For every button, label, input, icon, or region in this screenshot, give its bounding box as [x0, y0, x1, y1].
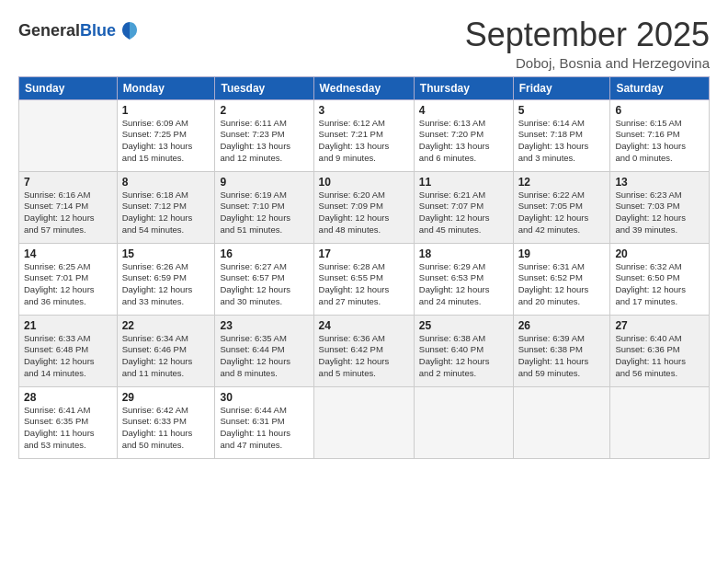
- table-row: 13Sunrise: 6:23 AM Sunset: 7:03 PM Dayli…: [610, 171, 710, 243]
- calendar-week-row: 1Sunrise: 6:09 AM Sunset: 7:25 PM Daylig…: [19, 99, 710, 171]
- day-info: Sunrise: 6:38 AM Sunset: 6:40 PM Dayligh…: [419, 333, 508, 380]
- day-number: 20: [615, 247, 704, 260]
- table-row: 7Sunrise: 6:16 AM Sunset: 7:14 PM Daylig…: [19, 171, 118, 243]
- day-info: Sunrise: 6:25 AM Sunset: 7:01 PM Dayligh…: [24, 261, 112, 308]
- calendar-week-row: 21Sunrise: 6:33 AM Sunset: 6:48 PM Dayli…: [19, 315, 710, 386]
- table-row: [19, 99, 118, 171]
- day-number: 6: [615, 104, 704, 117]
- table-row: 16Sunrise: 6:27 AM Sunset: 6:57 PM Dayli…: [215, 243, 313, 315]
- day-number: 30: [220, 391, 308, 404]
- day-info: Sunrise: 6:35 AM Sunset: 6:44 PM Dayligh…: [220, 333, 308, 380]
- day-info: Sunrise: 6:26 AM Sunset: 6:59 PM Dayligh…: [122, 261, 210, 308]
- day-number: 7: [24, 176, 112, 189]
- day-info: Sunrise: 6:31 AM Sunset: 6:52 PM Dayligh…: [518, 261, 606, 308]
- col-tuesday: Tuesday: [215, 76, 313, 99]
- table-row: 28Sunrise: 6:41 AM Sunset: 6:35 PM Dayli…: [19, 386, 118, 458]
- table-row: [313, 386, 414, 458]
- day-number: 15: [122, 247, 210, 260]
- logo: GeneralBlue: [18, 20, 140, 42]
- table-row: 25Sunrise: 6:38 AM Sunset: 6:40 PM Dayli…: [414, 315, 513, 386]
- day-info: Sunrise: 6:34 AM Sunset: 6:46 PM Dayligh…: [122, 333, 210, 380]
- table-row: 30Sunrise: 6:44 AM Sunset: 6:31 PM Dayli…: [215, 386, 313, 458]
- table-row: 27Sunrise: 6:40 AM Sunset: 6:36 PM Dayli…: [610, 315, 710, 386]
- day-number: 9: [220, 176, 308, 189]
- day-info: Sunrise: 6:21 AM Sunset: 7:07 PM Dayligh…: [419, 190, 508, 236]
- day-number: 12: [518, 176, 606, 189]
- table-row: 3Sunrise: 6:12 AM Sunset: 7:21 PM Daylig…: [313, 99, 414, 171]
- day-number: 10: [319, 176, 409, 189]
- day-number: 14: [24, 247, 112, 260]
- calendar-week-row: 7Sunrise: 6:16 AM Sunset: 7:14 PM Daylig…: [19, 171, 710, 243]
- table-row: 23Sunrise: 6:35 AM Sunset: 6:44 PM Dayli…: [215, 315, 313, 386]
- day-number: 3: [319, 104, 409, 117]
- logo-text: GeneralBlue: [18, 20, 140, 42]
- day-info: Sunrise: 6:09 AM Sunset: 7:25 PM Dayligh…: [122, 118, 210, 165]
- day-info: Sunrise: 6:12 AM Sunset: 7:21 PM Dayligh…: [319, 118, 409, 165]
- day-info: Sunrise: 6:22 AM Sunset: 7:05 PM Dayligh…: [518, 190, 606, 236]
- table-row: 6Sunrise: 6:15 AM Sunset: 7:16 PM Daylig…: [610, 99, 710, 171]
- day-info: Sunrise: 6:19 AM Sunset: 7:10 PM Dayligh…: [220, 190, 308, 236]
- day-info: Sunrise: 6:20 AM Sunset: 7:09 PM Dayligh…: [319, 190, 409, 236]
- table-row: 8Sunrise: 6:18 AM Sunset: 7:12 PM Daylig…: [117, 171, 215, 243]
- table-row: [414, 386, 513, 458]
- day-number: 18: [419, 247, 508, 260]
- table-row: 17Sunrise: 6:28 AM Sunset: 6:55 PM Dayli…: [313, 243, 414, 315]
- day-info: Sunrise: 6:28 AM Sunset: 6:55 PM Dayligh…: [319, 261, 409, 308]
- col-wednesday: Wednesday: [313, 76, 414, 99]
- location: Doboj, Bosnia and Herzegovina: [465, 55, 710, 71]
- day-info: Sunrise: 6:11 AM Sunset: 7:23 PM Dayligh…: [220, 118, 308, 165]
- day-info: Sunrise: 6:29 AM Sunset: 6:53 PM Dayligh…: [419, 261, 508, 308]
- day-number: 23: [220, 319, 308, 332]
- table-row: 19Sunrise: 6:31 AM Sunset: 6:52 PM Dayli…: [513, 243, 610, 315]
- day-info: Sunrise: 6:18 AM Sunset: 7:12 PM Dayligh…: [122, 190, 210, 236]
- table-row: 14Sunrise: 6:25 AM Sunset: 7:01 PM Dayli…: [19, 243, 118, 315]
- day-info: Sunrise: 6:23 AM Sunset: 7:03 PM Dayligh…: [615, 190, 704, 236]
- day-number: 29: [122, 391, 210, 404]
- day-number: 8: [122, 176, 210, 189]
- day-info: Sunrise: 6:32 AM Sunset: 6:50 PM Dayligh…: [615, 261, 704, 308]
- table-row: [610, 386, 710, 458]
- calendar-header-row: Sunday Monday Tuesday Wednesday Thursday…: [19, 76, 710, 99]
- col-monday: Monday: [117, 76, 215, 99]
- title-block: September 2025 Doboj, Bosnia and Herzego…: [465, 17, 710, 71]
- day-number: 16: [220, 247, 308, 260]
- day-number: 11: [419, 176, 508, 189]
- day-number: 25: [419, 319, 508, 332]
- day-info: Sunrise: 6:40 AM Sunset: 6:36 PM Dayligh…: [615, 333, 704, 380]
- day-number: 22: [122, 319, 210, 332]
- day-info: Sunrise: 6:42 AM Sunset: 6:33 PM Dayligh…: [122, 405, 210, 452]
- day-number: 5: [518, 104, 606, 117]
- table-row: 29Sunrise: 6:42 AM Sunset: 6:33 PM Dayli…: [117, 386, 215, 458]
- table-row: 10Sunrise: 6:20 AM Sunset: 7:09 PM Dayli…: [313, 171, 414, 243]
- page: GeneralBlue September 2025 Doboj, Bosnia…: [0, 0, 728, 563]
- day-info: Sunrise: 6:14 AM Sunset: 7:18 PM Dayligh…: [518, 118, 606, 165]
- day-number: 1: [122, 104, 210, 117]
- table-row: 4Sunrise: 6:13 AM Sunset: 7:20 PM Daylig…: [414, 99, 513, 171]
- day-info: Sunrise: 6:41 AM Sunset: 6:35 PM Dayligh…: [24, 405, 112, 452]
- day-info: Sunrise: 6:16 AM Sunset: 7:14 PM Dayligh…: [24, 190, 112, 236]
- logo-icon: [119, 20, 140, 40]
- col-sunday: Sunday: [19, 76, 118, 99]
- day-info: Sunrise: 6:33 AM Sunset: 6:48 PM Dayligh…: [24, 333, 112, 380]
- day-number: 26: [518, 319, 606, 332]
- logo-general: GeneralBlue: [18, 22, 116, 40]
- day-number: 4: [419, 104, 508, 117]
- col-friday: Friday: [513, 76, 610, 99]
- calendar-week-row: 28Sunrise: 6:41 AM Sunset: 6:35 PM Dayli…: [19, 386, 710, 458]
- day-number: 19: [518, 247, 606, 260]
- table-row: 22Sunrise: 6:34 AM Sunset: 6:46 PM Dayli…: [117, 315, 215, 386]
- table-row: 18Sunrise: 6:29 AM Sunset: 6:53 PM Dayli…: [414, 243, 513, 315]
- table-row: 1Sunrise: 6:09 AM Sunset: 7:25 PM Daylig…: [117, 99, 215, 171]
- table-row: 24Sunrise: 6:36 AM Sunset: 6:42 PM Dayli…: [313, 315, 414, 386]
- day-number: 24: [319, 319, 409, 332]
- calendar: Sunday Monday Tuesday Wednesday Thursday…: [18, 76, 710, 459]
- day-info: Sunrise: 6:36 AM Sunset: 6:42 PM Dayligh…: [319, 333, 409, 380]
- day-number: 2: [220, 104, 308, 117]
- table-row: 5Sunrise: 6:14 AM Sunset: 7:18 PM Daylig…: [513, 99, 610, 171]
- table-row: 11Sunrise: 6:21 AM Sunset: 7:07 PM Dayli…: [414, 171, 513, 243]
- col-saturday: Saturday: [610, 76, 710, 99]
- col-thursday: Thursday: [414, 76, 513, 99]
- table-row: 12Sunrise: 6:22 AM Sunset: 7:05 PM Dayli…: [513, 171, 610, 243]
- month-title: September 2025: [465, 17, 710, 53]
- table-row: 2Sunrise: 6:11 AM Sunset: 7:23 PM Daylig…: [215, 99, 313, 171]
